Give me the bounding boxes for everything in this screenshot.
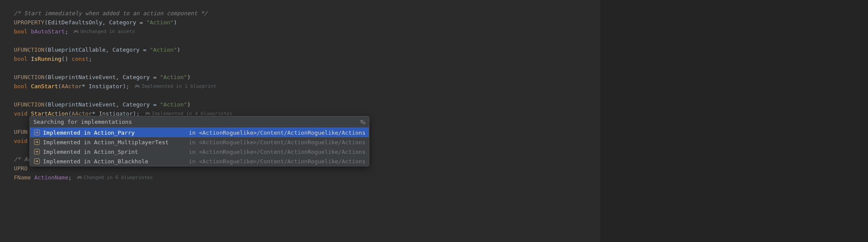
comment: /* Start immediately when added to an ac… [14, 9, 207, 18]
macro: UPROPERTY [14, 18, 44, 27]
popup-item[interactable]: Implemented in Action_Parry in <ActionRo… [30, 128, 369, 137]
implement-icon [33, 129, 40, 136]
popup-item-path: in <ActionRoguelike>/Content/ActionRogue… [189, 129, 365, 136]
popup-list: Implemented in Action_Parry in <ActionRo… [30, 128, 369, 166]
popup-item-path: in <ActionRoguelike>/Content/ActionRogue… [189, 158, 365, 165]
implementations-popup[interactable]: Searching for implementations Implemente… [30, 116, 369, 166]
popup-item[interactable]: Implemented in Action_Sprint in <ActionR… [30, 147, 369, 156]
popup-item-path: in <ActionRoguelike>/Content/ActionRogue… [189, 139, 365, 146]
gamepad-icon: 🎮 [77, 173, 82, 182]
svg-line-1 [365, 123, 365, 124]
implement-icon [33, 148, 40, 155]
popup-item-name: Implemented in Action_Blackhole [43, 158, 148, 165]
filter-icon[interactable] [359, 119, 365, 125]
inlay-hint[interactable]: 🎮Implemented in 1 blueprint [135, 82, 216, 91]
popup-item-name: Implemented in Action_Sprint [43, 149, 138, 155]
svg-point-0 [363, 122, 365, 123]
inlay-hint[interactable]: 🎮Unchanged in assets [73, 27, 135, 36]
popup-item[interactable]: Implemented in Action_Blackhole in <Acti… [30, 156, 369, 166]
gamepad-icon: 🎮 [135, 82, 140, 91]
popup-item-name: Implemented in Action_MultiplayerTest [43, 139, 169, 146]
popup-item[interactable]: Implemented in Action_MultiplayerTest in… [30, 137, 369, 147]
popup-header: Searching for implementations [30, 116, 369, 128]
inlay-hint[interactable]: 🎮Changed in 6 blueprintes [77, 173, 153, 182]
popup-item-path: in <ActionRoguelike>/Content/ActionRogue… [189, 149, 365, 155]
right-panel [601, 0, 868, 242]
popup-item-name: Implemented in Action_Parry [43, 129, 135, 136]
implement-icon [33, 139, 40, 146]
implement-icon [33, 158, 40, 165]
popup-search-label: Searching for implementations [33, 119, 132, 125]
gamepad-icon: 🎮 [73, 27, 79, 36]
